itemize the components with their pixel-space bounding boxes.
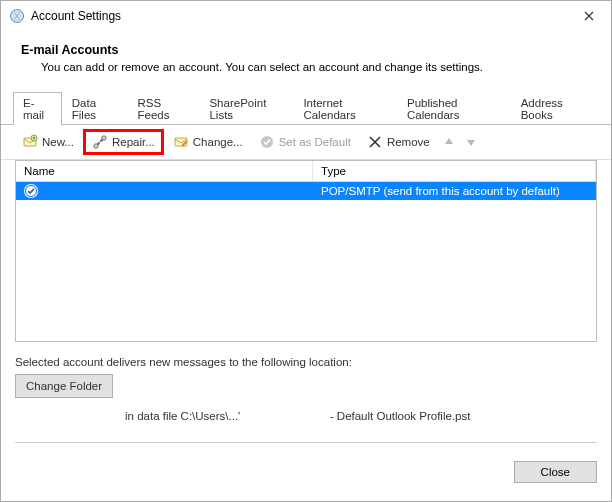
- location-prefix: in data file C:\Users\...': [125, 410, 240, 422]
- tab-rss-feeds[interactable]: RSS Feeds: [128, 92, 200, 125]
- tab-label: Data Files: [72, 97, 96, 121]
- change-folder-button[interactable]: Change Folder: [15, 374, 113, 398]
- tab-data-files[interactable]: Data Files: [62, 92, 128, 125]
- new-icon: [22, 134, 38, 150]
- table-row[interactable]: POP/SMTP (send from this account by defa…: [16, 182, 596, 200]
- tab-label: Published Calendars: [407, 97, 459, 121]
- column-name[interactable]: Name: [16, 161, 313, 181]
- check-circle-icon: [259, 134, 275, 150]
- tab-sharepoint-lists[interactable]: SharePoint Lists: [199, 92, 293, 125]
- row-type-text: POP/SMTP (send from this account by defa…: [321, 185, 560, 197]
- column-type[interactable]: Type: [313, 161, 596, 181]
- arrow-up-icon: [443, 136, 455, 148]
- tab-published-calendars[interactable]: Published Calendars: [397, 92, 511, 125]
- remove-icon: [367, 134, 383, 150]
- change-icon: [173, 134, 189, 150]
- tab-label: E-mail: [23, 97, 44, 121]
- tab-email[interactable]: E-mail: [13, 92, 62, 125]
- row-name-cell: [16, 182, 313, 200]
- tab-label: Address Books: [521, 97, 563, 121]
- location-line: in data file C:\Users\...' - Default Out…: [15, 410, 597, 422]
- header-title: E-mail Accounts: [21, 43, 591, 57]
- divider: [15, 442, 597, 443]
- change-button[interactable]: Change...: [166, 130, 250, 154]
- close-button[interactable]: Close: [514, 461, 597, 483]
- repair-button[interactable]: Repair...: [83, 129, 164, 155]
- move-up-button: [439, 134, 459, 150]
- repair-label: Repair...: [112, 136, 155, 148]
- arrow-down-icon: [465, 136, 477, 148]
- new-button[interactable]: New...: [15, 130, 81, 154]
- dialog-button-row: Close: [1, 451, 611, 493]
- tab-label: SharePoint Lists: [209, 97, 266, 121]
- window-title: Account Settings: [31, 9, 567, 23]
- list-header: Name Type: [16, 161, 596, 182]
- tab-label: RSS Feeds: [138, 97, 170, 121]
- window-close-button[interactable]: [567, 1, 611, 31]
- remove-button[interactable]: Remove: [360, 130, 437, 154]
- header-description: You can add or remove an account. You ca…: [41, 61, 591, 73]
- tab-label: Internet Calendars: [303, 97, 355, 121]
- tab-internet-calendars[interactable]: Internet Calendars: [293, 92, 397, 125]
- location-suffix: - Default Outlook Profile.pst: [330, 410, 471, 422]
- app-icon: [9, 8, 25, 24]
- move-down-button: [461, 134, 481, 150]
- header: E-mail Accounts You can add or remove an…: [1, 31, 611, 91]
- tab-strip: E-mail Data Files RSS Feeds SharePoint L…: [1, 91, 611, 125]
- close-icon: [584, 11, 594, 21]
- row-type-cell: POP/SMTP (send from this account by defa…: [313, 182, 596, 200]
- repair-icon: [92, 134, 108, 150]
- svg-point-4: [94, 144, 98, 148]
- default-check-icon: [24, 184, 38, 198]
- accounts-list: Name Type POP/SMTP (send from this accou…: [15, 160, 597, 342]
- tab-address-books[interactable]: Address Books: [511, 92, 599, 125]
- footer: Selected account delivers new messages t…: [1, 352, 611, 451]
- title-bar: Account Settings: [1, 1, 611, 31]
- set-default-label: Set as Default: [279, 136, 351, 148]
- new-label: New...: [42, 136, 74, 148]
- toolbar: New... Repair... Change...: [1, 125, 611, 160]
- svg-point-3: [102, 136, 106, 140]
- set-default-button: Set as Default: [252, 130, 358, 154]
- change-label: Change...: [193, 136, 243, 148]
- delivery-description: Selected account delivers new messages t…: [15, 356, 597, 368]
- remove-label: Remove: [387, 136, 430, 148]
